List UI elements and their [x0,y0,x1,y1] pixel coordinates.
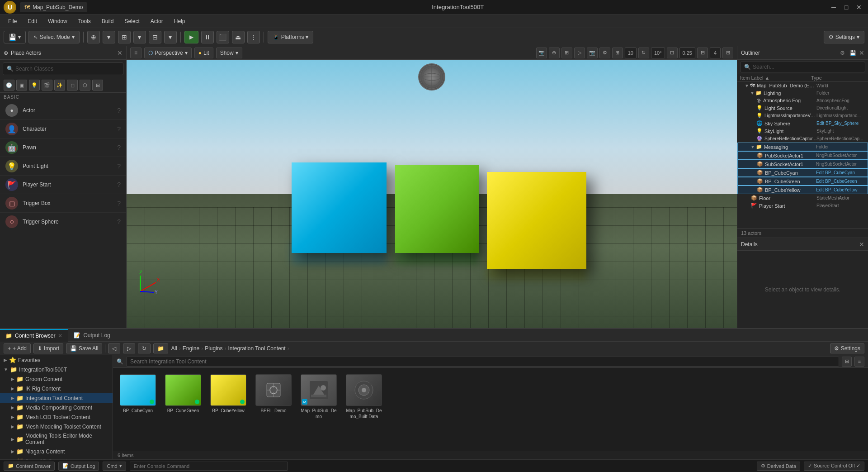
snap-btn[interactable]: ⊞ [118,31,131,43]
tab-map[interactable]: 🗺 Map_PubSub_Demo [20,2,87,12]
menu-edit[interactable]: Edit [23,16,42,26]
menu-file[interactable]: File [4,16,21,26]
actor-help-player-start[interactable]: ? [117,181,121,188]
asset-map-built[interactable]: Map_PubSub_Demo_Built Data [344,372,384,421]
content-drawer-button[interactable]: 📁 Content Drawer [4,462,55,471]
folder-media[interactable]: ▶ 📁 Media Compositing Content [0,403,113,412]
pause-button[interactable]: ⏸ [201,31,214,43]
folder-mesh-modeling[interactable]: ▶ 📁 Mesh Modeling Toolset Content [0,422,113,431]
breadcrumb-engine[interactable]: Engine [183,345,199,352]
bp-cube-cyan-link[interactable]: Edit BP_CubeCyan [816,170,866,175]
grid-arrow[interactable]: ▾ [164,31,177,43]
cinematic-btn[interactable]: 🎬 [42,80,52,91]
derived-data-button[interactable]: ⚙ Derived Data [757,462,800,471]
outliner-save-icon[interactable]: 💾 [849,50,856,56]
history-forward[interactable]: ▷ [123,343,135,353]
stop-button[interactable]: ⬛ [217,31,229,43]
actor-help-actor[interactable]: ? [117,107,121,114]
viewport-options-icon[interactable]: ⊞ [722,48,733,58]
actor-help-trigger-box[interactable]: ? [117,200,121,207]
actor-help-point-light[interactable]: ? [117,162,121,170]
camera-speed-icon[interactable]: 📷 [536,48,547,58]
tree-item-pub-socket[interactable]: 📦 PubSocketActor1 NngPubSocketActor [737,151,868,160]
folder-integration-tool[interactable]: ▼ 📁 IntegrationTool500T [0,365,113,374]
asset-bpfl-demo[interactable]: BPFL_Demo [253,372,294,421]
actor-search-box[interactable]: 🔍 Search Classes [3,62,123,75]
import-button[interactable]: ⬇ Import [33,343,63,353]
show-button[interactable]: Show ▾ [216,48,242,58]
breadcrumb-integration[interactable]: Integration Tool Content [228,345,286,352]
ortho-icon[interactable]: ⊞ [561,48,572,58]
visual-fx-btn[interactable]: ✨ [54,80,65,91]
bp-cube-yellow-link[interactable]: Edit BP_CubeYellow [816,187,866,192]
tree-item-light-source[interactable]: 💡 Light Source DirectionalLight [737,104,868,112]
tab-output-log[interactable]: 📝 Output Log [68,329,116,342]
minimize-button[interactable]: ─ [828,2,839,13]
folder-integration-tool-content[interactable]: ▶ 📁 Integration Tool Content [0,393,113,403]
actor-item-actor[interactable]: ● Actor ? [0,101,126,120]
grid-btn[interactable]: ⊟ [149,31,161,43]
asset-bp-cube-yellow[interactable]: BP_CubeYellow [208,372,249,421]
tree-item-floor[interactable]: 📦 Floor StaticMeshActor [737,194,868,202]
save-all-button[interactable]: 💾 Save All [66,343,102,353]
place-actors-close[interactable]: ✕ [117,49,123,57]
lit-button[interactable]: ● Lit [194,48,213,58]
tree-item-sky-sphere[interactable]: 🌐 Sky Sphere Edit BP_Sky_Sphere [737,119,868,127]
geometry-btn[interactable]: ◻ [67,80,78,91]
source-control-button[interactable]: ✓ Source Control Off ✓ [804,462,864,471]
breadcrumb-plugins[interactable]: Plugins [205,345,222,352]
sky-sphere-type-link[interactable]: Edit BP_Sky_Sphere [816,121,866,126]
tree-item-lighting[interactable]: ▼ 📁 Lighting Folder [737,89,868,97]
scale-icon[interactable]: ⊡ [667,48,678,58]
recently-placed-btn[interactable]: 🕐 [4,80,14,91]
folder-modeling-tools[interactable]: ▶ 📁 Modeling Tools Editor Mode Content [0,431,113,447]
folder-ik-rig[interactable]: ▶ 📁 IK Rig Content [0,384,113,393]
asset-map-demo[interactable]: M Map_PubSub_Demo [298,372,339,421]
actor-item-trigger-sphere[interactable]: ○ Trigger Sphere ? [0,213,126,231]
new-folder-btn[interactable]: 📁 [153,343,168,353]
content-browser-settings[interactable]: ⚙ Settings [830,343,864,353]
tree-item-sky-light[interactable]: 💡 SkyLight SkyLight [737,127,868,135]
eject-button[interactable]: ⏏ [232,31,245,43]
tree-item-bp-cube-cyan[interactable]: 📦 BP_CubeCyan Edit BP_CubeCyan [737,168,868,177]
tree-item-player-start-outliner[interactable]: 🚩 Player Start PlayerStart [737,202,868,210]
platforms-button[interactable]: 📱 Platforms ▾ [268,31,314,43]
menu-tools[interactable]: Tools [74,16,95,26]
tab-content-browser[interactable]: 📁 Content Browser ✕ [0,329,68,342]
asset-bp-cube-green[interactable]: BP_CubeGreen [163,372,203,421]
sort-btn[interactable]: ≡ [854,357,864,367]
settings-icon[interactable]: ⚙ [599,48,610,58]
console-input[interactable] [130,462,288,471]
history-back[interactable]: ◁ [108,343,120,353]
menu-actor[interactable]: Actor [146,16,168,26]
restore-button[interactable]: □ [841,2,852,13]
tree-item-lightmass[interactable]: 💡 LightmassImportanceVo... LightmassImpo… [737,112,868,119]
perspective-button[interactable]: ⬡ Perspective ▾ [144,48,192,58]
snap-arrow[interactable]: ▾ [133,31,146,43]
actor-help-trigger-sphere[interactable]: ? [117,218,121,225]
angle-icon[interactable]: ↻ [638,48,649,58]
folder-mesh-lod[interactable]: ▶ 📁 Mesh LOD Toolset Content [0,412,113,422]
grid-view-icon[interactable]: ⊞ [612,48,623,58]
screenshot-icon[interactable]: 📷 [587,48,598,58]
menu-help[interactable]: Help [170,16,190,26]
viewport-menu-button[interactable]: ≡ [130,48,142,58]
add-button[interactable]: + + Add [4,343,31,353]
transform-btn[interactable]: ⊕ [87,31,100,43]
tree-item-messaging-folder[interactable]: ▼ 📁 Messaging Folder [737,143,868,151]
tree-item-bp-cube-yellow[interactable]: 📦 BP_CubeYellow Edit BP_CubeYellow [737,186,868,194]
menu-window[interactable]: Window [43,16,72,26]
actor-help-character[interactable]: ? [117,125,121,133]
tree-item-sphere-reflection[interactable]: 🔮 SphereReflectionCaptur... SphereReflec… [737,135,868,143]
all-classes-btn[interactable]: ⊞ [92,80,103,91]
filter-btn[interactable]: ⊞ [842,357,852,367]
more-options-button[interactable]: ⋮ [247,31,260,43]
volumes-btn[interactable]: ⬡ [80,80,90,91]
actor-item-point-light[interactable]: 💡 Point Light ? [0,157,126,176]
output-log-button[interactable]: 📝 Output Log [58,462,99,471]
folder-groom[interactable]: ▶ 📁 Groom Content [0,374,113,384]
settings-button[interactable]: ⚙ Settings ▾ [824,31,864,43]
tree-item-sub-socket[interactable]: 📦 SubSocketActor1 NngSubSocketActor [737,160,868,168]
realtime-icon[interactable]: ▷ [574,48,585,58]
actor-item-player-start[interactable]: 🚩 Player Start ? [0,176,126,194]
